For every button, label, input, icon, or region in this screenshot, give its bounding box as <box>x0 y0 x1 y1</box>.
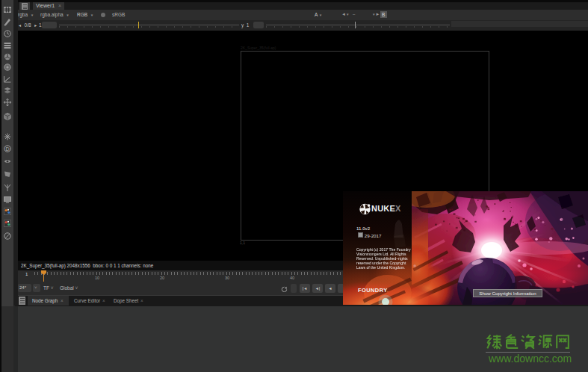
svg-text:D: D <box>5 146 9 152</box>
